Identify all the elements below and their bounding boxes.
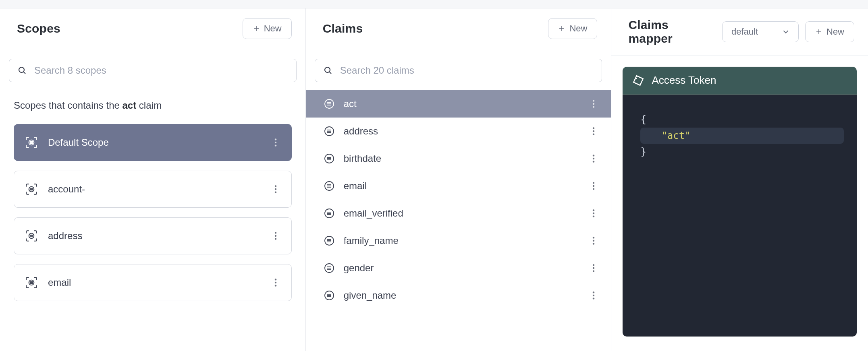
helper-prefix: Scopes that contains the — [14, 100, 123, 111]
scope-card[interactable]: email — [14, 264, 292, 301]
scopes-search[interactable] — [9, 59, 297, 82]
svg-point-20 — [275, 235, 276, 237]
claim-item[interactable]: given_name — [306, 282, 611, 309]
new-scope-label: New — [264, 23, 282, 34]
more-menu-icon[interactable] — [270, 184, 281, 194]
claims-header: Claims New — [306, 8, 611, 49]
claims-search-input[interactable] — [340, 65, 594, 76]
mapper-title: Claims mapper — [628, 18, 716, 45]
svg-point-21 — [275, 238, 276, 240]
svg-point-71 — [593, 243, 594, 244]
svg-point-56 — [593, 185, 594, 187]
more-menu-icon[interactable] — [588, 153, 599, 164]
more-menu-icon[interactable] — [588, 290, 599, 301]
more-menu-icon[interactable] — [588, 126, 599, 136]
svg-point-6 — [275, 142, 276, 143]
svg-point-13 — [275, 188, 276, 190]
svg-point-42 — [593, 130, 594, 132]
scopes-search-input[interactable] — [34, 65, 288, 76]
scope-label: address — [48, 230, 261, 242]
svg-point-12 — [275, 185, 276, 187]
claims-panel: Claims New actaddressbirthdateemailemail… — [306, 8, 612, 351]
claims-list: actaddressbirthdateemailemail_verifiedfa… — [306, 90, 611, 309]
svg-point-57 — [593, 188, 594, 190]
more-menu-icon[interactable] — [588, 263, 599, 273]
new-mapper-button[interactable]: New — [805, 21, 854, 42]
claim-item[interactable]: family_name — [306, 227, 611, 254]
code-key-row[interactable]: "act" — [640, 128, 844, 144]
more-menu-icon[interactable] — [270, 231, 281, 241]
claim-icon — [324, 262, 335, 274]
more-menu-icon[interactable] — [270, 277, 281, 288]
claim-label: gender — [344, 262, 580, 274]
new-claim-label: New — [569, 23, 587, 34]
plus-icon — [558, 25, 565, 32]
svg-point-84 — [593, 295, 594, 296]
svg-point-43 — [593, 133, 594, 135]
svg-point-35 — [593, 103, 594, 105]
scopes-title: Scopes — [17, 22, 60, 35]
claim-label: birthdate — [344, 153, 580, 164]
svg-point-55 — [593, 182, 594, 184]
three-column-layout: Scopes New Scopes that contains the act … — [0, 8, 868, 351]
more-menu-icon[interactable] — [270, 137, 281, 148]
svg-point-48 — [593, 155, 594, 156]
search-icon — [17, 66, 27, 75]
svg-point-27 — [275, 282, 276, 283]
svg-point-62 — [593, 209, 594, 211]
claim-label: email — [344, 180, 580, 192]
new-claim-button[interactable]: New — [548, 18, 597, 39]
new-scope-button[interactable]: New — [243, 18, 292, 39]
svg-point-83 — [593, 291, 594, 293]
claim-label: address — [344, 126, 580, 137]
more-menu-icon[interactable] — [588, 208, 599, 219]
svg-point-19 — [275, 232, 276, 233]
claim-icon — [324, 180, 335, 192]
claims-search-wrap — [306, 49, 611, 82]
chevron-down-icon — [781, 27, 790, 36]
claim-icon — [324, 208, 335, 219]
scope-card[interactable]: Default Scope — [14, 124, 292, 161]
more-menu-icon[interactable] — [588, 235, 599, 246]
more-menu-icon[interactable] — [588, 99, 599, 109]
claim-icon — [324, 153, 335, 164]
scopes-filter-description: Scopes that contains the act claim — [0, 82, 305, 113]
svg-point-69 — [593, 237, 594, 238]
scope-card[interactable]: address — [14, 217, 292, 254]
claim-item[interactable]: address — [306, 118, 611, 145]
svg-point-63 — [593, 213, 594, 214]
code-brace-open: { — [640, 112, 844, 127]
code-brace-close: } — [640, 145, 844, 159]
claim-icon — [324, 235, 335, 246]
svg-point-7 — [275, 145, 276, 146]
access-token-card: Access Token { "act" } — [623, 67, 857, 337]
svg-point-26 — [275, 279, 276, 280]
mapper-header: Claims mapper default New — [611, 8, 868, 56]
svg-point-34 — [593, 100, 594, 101]
svg-point-64 — [593, 215, 594, 217]
more-menu-icon[interactable] — [588, 181, 599, 191]
scope-list: Default Scopeaccount-addressemail — [0, 113, 305, 301]
tag-icon — [632, 74, 644, 87]
scope-icon — [25, 276, 38, 289]
scopes-panel: Scopes New Scopes that contains the act … — [0, 8, 306, 351]
claim-item[interactable]: email_verified — [306, 200, 611, 227]
claims-search[interactable] — [315, 59, 602, 82]
code-key: "act" — [661, 130, 690, 141]
scope-card[interactable]: account- — [14, 171, 292, 208]
svg-point-5 — [275, 138, 276, 140]
claim-item[interactable]: act — [306, 90, 611, 118]
scope-icon — [25, 136, 38, 149]
access-token-body: { "act" } — [623, 95, 857, 337]
claim-label: given_name — [344, 290, 580, 301]
scopes-search-wrap — [0, 49, 305, 82]
claim-item[interactable]: email — [306, 172, 611, 200]
claim-item[interactable]: birthdate — [306, 145, 611, 172]
claim-icon — [324, 290, 335, 301]
search-icon — [323, 66, 333, 75]
mapper-select-value: default — [731, 27, 758, 37]
claim-label: email_verified — [344, 208, 580, 219]
claim-item[interactable]: gender — [306, 254, 611, 282]
mapper-select[interactable]: default — [722, 21, 799, 42]
mapper-body: Access Token { "act" } — [611, 56, 868, 348]
